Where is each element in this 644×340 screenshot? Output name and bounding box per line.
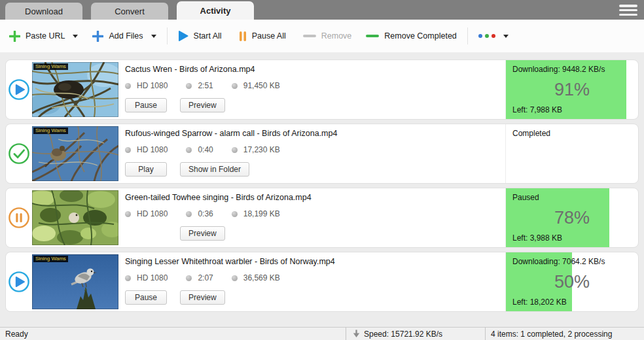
blue-play-icon xyxy=(178,30,188,42)
pause-all-button[interactable]: Pause All xyxy=(239,31,286,42)
bytes-left-label: Left: 18,202 KB xyxy=(512,298,632,307)
status-ready: Ready xyxy=(0,328,346,340)
start-all-label: Start All xyxy=(194,31,222,41)
add-files-label: Add Files xyxy=(109,31,143,41)
blue-plus-icon xyxy=(92,31,103,42)
bullet-icon xyxy=(232,275,238,281)
chevron-down-icon[interactable] xyxy=(73,35,78,38)
video-duration: 2:07 xyxy=(198,273,213,282)
tab-activity[interactable]: Activity xyxy=(177,1,254,20)
progress-percent xyxy=(512,150,632,167)
download-list: Sining Wams Cactus Wren - Birds of Arizo… xyxy=(0,52,644,327)
chevron-down-icon[interactable] xyxy=(151,35,156,38)
video-size: 17,230 KB xyxy=(243,145,280,154)
start-all-button[interactable]: Start All xyxy=(178,30,222,42)
tab-download[interactable]: Download xyxy=(5,3,82,20)
download-speed-label: Downloading: 7064.2 KB/s xyxy=(512,257,632,266)
bullet-icon xyxy=(186,275,192,281)
green-dash-icon xyxy=(366,35,379,37)
bytes-left-label: Left: 3,988 KB xyxy=(512,233,632,243)
progress-percent: 78% xyxy=(512,209,632,227)
bullet-icon xyxy=(186,147,192,153)
toolbar: Paste URL Add Files Start All Pause All … xyxy=(0,20,644,52)
remove-label: Remove xyxy=(321,31,352,41)
paused-label: Paused xyxy=(512,193,632,202)
toolbar-separator xyxy=(167,27,168,44)
video-duration: 0:36 xyxy=(198,209,213,218)
progress-panel: Downloading: 7064.2 KB/s 50% Left: 18,20… xyxy=(505,252,638,311)
paused-status-icon xyxy=(8,207,30,229)
chevron-down-icon[interactable] xyxy=(503,35,509,38)
status-bar: Ready Speed: 15721.92 KB/s 4 items: 1 co… xyxy=(0,327,644,340)
pause-button[interactable]: Pause xyxy=(125,290,167,305)
watermark-label: Sining Wams xyxy=(33,63,68,70)
video-quality: HD 1080 xyxy=(137,273,168,282)
downloading-status-icon xyxy=(8,78,30,101)
downloading-status-icon xyxy=(8,271,30,293)
video-thumbnail: Sining Wams xyxy=(32,126,118,181)
gray-dash-icon xyxy=(303,35,316,37)
completed-label: Completed xyxy=(512,129,632,138)
progress-percent: 50% xyxy=(512,273,632,291)
download-speed-label: Downloading: 9448.2 KB/s xyxy=(512,65,632,74)
video-size: 36,569 KB xyxy=(243,273,280,282)
download-row-1[interactable]: Sining Wams Cactus Wren - Birds of Arizo… xyxy=(5,60,639,120)
tab-bar: Download Convert Activity xyxy=(0,0,644,20)
hamburger-menu-icon[interactable] xyxy=(619,5,637,16)
download-row-3[interactable]: Green-tailed Towhee singing - Birds of A… xyxy=(5,188,639,248)
more-options-button[interactable] xyxy=(478,34,509,38)
orange-pause-icon xyxy=(239,31,247,42)
play-button[interactable]: Play xyxy=(125,162,167,177)
status-items-summary: 4 items: 1 completed, 2 processing xyxy=(486,328,644,340)
bullet-icon xyxy=(232,83,238,89)
paste-url-button[interactable]: Paste URL xyxy=(9,31,78,42)
bullet-icon xyxy=(125,275,131,281)
bullet-icon xyxy=(186,211,192,217)
video-duration: 2:51 xyxy=(198,81,213,90)
bullet-icon xyxy=(125,147,131,153)
video-size: 91,450 KB xyxy=(243,81,280,90)
bullet-icon xyxy=(232,211,238,217)
add-files-button[interactable]: Add Files xyxy=(92,31,156,42)
button-spacer xyxy=(125,226,167,241)
preview-button[interactable]: Preview xyxy=(180,226,225,241)
video-quality: HD 1080 xyxy=(137,81,168,90)
watermark-label: Sining Wams xyxy=(33,256,68,262)
video-thumbnail: Sining Wams xyxy=(32,254,118,309)
watermark-label: Sining Wams xyxy=(33,128,68,134)
preview-button[interactable]: Preview xyxy=(180,290,225,305)
completed-status-icon xyxy=(8,143,30,165)
green-plus-icon xyxy=(9,31,20,42)
download-row-2[interactable]: Sining Wams Rufous-winged Sparrow - alar… xyxy=(5,124,639,184)
remove-button: Remove xyxy=(303,31,352,41)
bullet-icon xyxy=(232,147,238,153)
video-thumbnail: Sining Wams xyxy=(32,62,118,117)
progress-panel: Paused 78% Left: 3,988 KB xyxy=(505,188,638,247)
paste-url-label: Paste URL xyxy=(26,31,65,41)
pause-button[interactable]: Pause xyxy=(125,98,167,112)
bullet-icon xyxy=(186,83,192,89)
pause-all-label: Pause All xyxy=(252,31,286,41)
status-speed: Speed: 15721.92 KB/s xyxy=(364,330,442,339)
video-thumbnail xyxy=(32,190,118,245)
video-duration: 0:40 xyxy=(198,145,213,154)
show-in-folder-button[interactable]: Show in Folder xyxy=(180,162,249,177)
remove-completed-button[interactable]: Remove Completed xyxy=(366,31,456,41)
three-dots-icon xyxy=(478,34,495,38)
bullet-icon xyxy=(125,211,131,217)
download-row-4[interactable]: Sining Wams Singing Lesser Whitethroat w… xyxy=(5,252,639,312)
progress-panel: Completed xyxy=(505,124,638,183)
preview-button[interactable]: Preview xyxy=(180,98,225,112)
down-arrow-icon xyxy=(353,330,360,338)
toolbar-separator xyxy=(467,27,468,44)
video-quality: HD 1080 xyxy=(137,209,168,218)
video-size: 18,199 KB xyxy=(243,209,280,218)
video-quality: HD 1080 xyxy=(137,145,168,154)
bullet-icon xyxy=(125,83,131,89)
progress-panel: Downloading: 9448.2 KB/s 91% Left: 7,988… xyxy=(505,60,638,119)
progress-percent: 91% xyxy=(512,81,632,99)
tab-convert[interactable]: Convert xyxy=(91,3,168,20)
bytes-left-label: Left: 7,988 KB xyxy=(512,105,632,114)
remove-completed-label: Remove Completed xyxy=(384,31,456,41)
